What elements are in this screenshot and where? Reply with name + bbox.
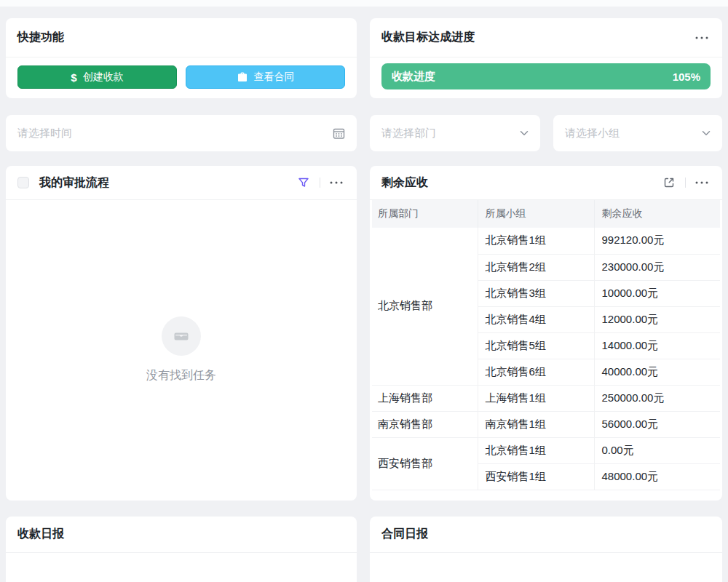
filter-button[interactable] <box>295 174 312 191</box>
group-cell: 西安销售1组 <box>478 463 594 490</box>
amount-cell: 48000.00元 <box>594 463 720 490</box>
empty-state-text: 没有找到任务 <box>146 368 216 383</box>
chevron-down-icon <box>520 130 529 136</box>
amount-cell: 250000.00元 <box>594 385 720 411</box>
group-select[interactable]: 请选择小组 <box>553 115 722 151</box>
approval-flow-card: 我的审批流程 没有找到任务 <box>6 166 357 501</box>
receivables-menu-button[interactable] <box>693 174 711 191</box>
receivables-title: 剩余应收 <box>381 175 660 191</box>
group-cell: 北京销售3组 <box>478 280 594 306</box>
group-placeholder: 请选择小组 <box>565 127 620 140</box>
contract-daily-title: 合同日报 <box>381 527 711 542</box>
payment-daily-header: 收款日报 <box>6 517 357 553</box>
progress-header: 收款目标达成进度 <box>370 18 722 57</box>
contract-daily-card: 合同日报 <box>370 517 722 582</box>
top-card-edge <box>0 0 728 7</box>
table-row: 西安销售部北京销售1组0.00元 <box>372 437 720 463</box>
quick-actions-card: 快捷功能 $ 创建收款 查看合同 <box>6 18 357 98</box>
dept-cell: 南京销售部 <box>372 411 478 437</box>
dept-cell: 上海销售部 <box>372 385 478 411</box>
select-all-checkbox[interactable] <box>17 177 29 188</box>
funnel-icon <box>298 177 309 188</box>
group-cell: 上海销售1组 <box>478 385 594 411</box>
calendar-icon <box>333 127 345 140</box>
amount-cell: 56000.00元 <box>594 411 720 437</box>
table-row: 上海销售部上海销售1组250000.00元 <box>372 385 720 411</box>
quick-actions-title: 快捷功能 <box>17 30 345 45</box>
group-cell: 北京销售6组 <box>478 359 594 385</box>
amount-cell: 40000.00元 <box>594 359 720 385</box>
table-row: 南京销售部南京销售1组56000.00元 <box>372 411 720 437</box>
empty-state-circle <box>162 316 201 356</box>
ellipsis-icon <box>695 36 708 39</box>
view-contract-label: 查看合同 <box>254 71 295 84</box>
view-contract-button[interactable]: 查看合同 <box>186 65 345 89</box>
inbox-icon <box>172 327 191 346</box>
department-select[interactable]: 请选择部门 <box>370 115 540 151</box>
contract-daily-header: 合同日报 <box>370 517 722 553</box>
create-payment-button[interactable]: $ 创建收款 <box>17 65 177 89</box>
group-cell: 北京销售5组 <box>478 332 594 359</box>
group-cell: 北京销售1组 <box>478 228 594 254</box>
chevron-down-icon <box>702 130 711 136</box>
receivables-header: 剩余应收 <box>370 166 722 200</box>
dollar-icon: $ <box>71 72 76 83</box>
department-placeholder: 请选择部门 <box>381 127 436 140</box>
receivables-table: 所属部门 所属小组 剩余应收 北京销售部北京销售1组992120.00元北京销售… <box>372 200 720 490</box>
progress-menu-button[interactable] <box>693 29 711 47</box>
header-group: 所属小组 <box>478 200 594 228</box>
receivables-card: 剩余应收 所属部门 所属小组 剩余应收 北京销售部北京销售1组992120.00… <box>370 166 722 501</box>
progress-title: 收款目标达成进度 <box>381 30 693 45</box>
progress-bar-value: 105% <box>673 71 700 83</box>
ellipsis-icon <box>695 181 708 184</box>
amount-cell: 12000.00元 <box>594 306 720 332</box>
payment-progress-bar: 收款进度 105% <box>381 63 711 89</box>
open-external-button[interactable] <box>660 174 678 191</box>
briefcase-icon <box>237 71 248 83</box>
dept-cell: 北京销售部 <box>372 228 478 385</box>
approval-title: 我的审批流程 <box>39 175 295 191</box>
dept-cell: 西安销售部 <box>372 437 478 490</box>
progress-bar-label: 收款进度 <box>392 70 435 84</box>
payment-daily-card: 收款日报 <box>6 517 357 582</box>
approval-header: 我的审批流程 <box>6 166 357 200</box>
quick-actions-body: $ 创建收款 查看合同 <box>6 57 357 97</box>
group-cell: 南京销售1组 <box>478 411 594 437</box>
table-header-row: 所属部门 所属小组 剩余应收 <box>372 200 720 228</box>
header-dept: 所属部门 <box>372 200 478 228</box>
amount-cell: 230000.00元 <box>594 254 720 280</box>
empty-state: 没有找到任务 <box>6 200 357 500</box>
header-divider <box>320 178 320 188</box>
header-divider <box>685 178 686 188</box>
amount-cell: 992120.00元 <box>594 228 720 254</box>
header-amount: 剩余应收 <box>594 200 720 228</box>
approval-menu-button[interactable] <box>328 174 345 191</box>
table-row: 北京销售部北京销售1组992120.00元 <box>372 228 720 254</box>
group-cell: 北京销售2组 <box>478 254 594 280</box>
amount-cell: 10000.00元 <box>594 280 720 306</box>
time-placeholder: 请选择时间 <box>17 127 72 140</box>
external-link-icon <box>663 177 675 188</box>
amount-cell: 14000.00元 <box>594 332 720 359</box>
time-select-input[interactable]: 请选择时间 <box>6 115 357 151</box>
group-cell: 北京销售1组 <box>478 437 594 463</box>
ellipsis-icon <box>330 181 343 184</box>
progress-card: 收款目标达成进度 收款进度 105% <box>370 18 722 98</box>
receivables-table-body: 北京销售部北京销售1组992120.00元北京销售2组230000.00元北京销… <box>372 228 720 490</box>
create-payment-label: 创建收款 <box>83 71 124 84</box>
quick-actions-header: 快捷功能 <box>6 18 357 57</box>
amount-cell: 0.00元 <box>594 437 720 463</box>
group-cell: 北京销售4组 <box>478 306 594 332</box>
payment-daily-title: 收款日报 <box>17 527 345 542</box>
